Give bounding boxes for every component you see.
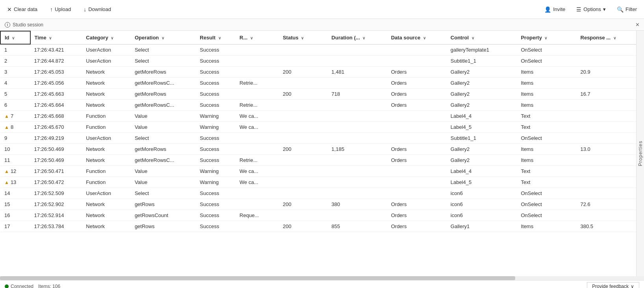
sort-icon-category: ∨	[111, 36, 113, 40]
duration-cell	[328, 133, 387, 144]
items-count: Items: 106	[38, 284, 60, 288]
datasource-cell: Orders	[387, 199, 447, 210]
table-row[interactable]: 917:26:49.219UserActionSelectSuccessSubt…	[0, 133, 636, 144]
col-header-datasource[interactable]: Data source ∨	[387, 31, 447, 44]
upload-button[interactable]: ↑ Upload	[48, 5, 73, 14]
col-header-time[interactable]: Time ∨	[30, 31, 82, 44]
col-header-response[interactable]: Response ... ∨	[577, 31, 636, 44]
duration-cell	[328, 155, 387, 166]
warning-icon: ▲	[4, 124, 9, 130]
col-header-operation[interactable]: Operation ∨	[131, 31, 196, 44]
download-button[interactable]: ↓ Download	[81, 5, 113, 14]
control-cell: Gallery2	[447, 144, 517, 155]
category-cell: UserAction	[82, 44, 131, 56]
time-cell: 17:26:52.509	[30, 188, 82, 199]
status-cell	[279, 155, 328, 166]
table-row[interactable]: 1617:26:52.914NetworkgetRowsCountSuccess…	[0, 210, 636, 221]
col-header-status[interactable]: Status ∨	[279, 31, 328, 44]
status-cell: 200	[279, 199, 328, 210]
time-cell: 17:26:49.219	[30, 133, 82, 144]
invite-button[interactable]: 👤 Invite	[542, 5, 568, 14]
control-cell: Gallery2	[447, 155, 517, 166]
table-row[interactable]: 217:26:44.872UserActionSelectSuccessSubt…	[0, 56, 636, 67]
operation-cell: getMoreRowsC...	[131, 78, 196, 89]
response-cell	[577, 44, 636, 56]
col-header-category[interactable]: Category ∨	[82, 31, 131, 44]
table-row[interactable]: ▲1317:26:50.472FunctionValueWarningWe ca…	[0, 177, 636, 188]
category-cell: UserAction	[82, 133, 131, 144]
response-cell	[577, 177, 636, 188]
time-cell: 17:26:45.670	[30, 122, 82, 133]
category-cell: Network	[82, 89, 131, 100]
duration-cell: 855	[328, 221, 387, 232]
r-cell	[236, 44, 279, 56]
table-row[interactable]: 1417:26:52.509UserActionSelectSuccessico…	[0, 188, 636, 199]
result-cell: Warning	[196, 122, 236, 133]
response-cell: 16.7	[577, 89, 636, 100]
table-row[interactable]: 317:26:45.053NetworkgetMoreRowsSuccess20…	[0, 67, 636, 78]
result-cell: Warning	[196, 166, 236, 177]
toolbar: ✕ Clear data ↑ Upload ↓ Download 👤 Invit…	[0, 0, 644, 19]
col-header-control[interactable]: Control ∨	[447, 31, 517, 44]
col-header-duration[interactable]: Duration (... ∨	[328, 31, 387, 44]
close-button[interactable]: ×	[636, 22, 639, 28]
person-icon: 👤	[544, 6, 551, 13]
connected-status: Connected	[5, 284, 33, 288]
operation-cell: Select	[131, 56, 196, 67]
table-row[interactable]: 1717:26:53.784NetworkgetRowsSuccess20085…	[0, 221, 636, 232]
col-header-property[interactable]: Property ∨	[517, 31, 576, 44]
duration-cell	[328, 210, 387, 221]
control-cell: icon6	[447, 199, 517, 210]
response-cell: 380.5	[577, 221, 636, 232]
category-cell: Network	[82, 199, 131, 210]
result-cell: Success	[196, 155, 236, 166]
table-row[interactable]: 1117:26:50.469NetworkgetMoreRowsC...Succ…	[0, 155, 636, 166]
r-cell	[236, 188, 279, 199]
category-cell: Function	[82, 166, 131, 177]
right-panel-label: Properties	[638, 141, 643, 166]
table-row[interactable]: 417:26:45.056NetworkgetMoreRowsC...Succe…	[0, 78, 636, 89]
col-header-id[interactable]: Id ∨	[0, 31, 30, 44]
table-container[interactable]: Id ∨ Time ∨ Category ∨ Operation ∨ Resul…	[0, 31, 636, 276]
status-cell	[279, 122, 328, 133]
id-cell: 2	[0, 56, 30, 67]
result-cell: Success	[196, 210, 236, 221]
options-button[interactable]: ☰ Options ▾	[574, 5, 608, 14]
clear-data-button[interactable]: ✕ Clear data	[5, 5, 40, 14]
control-cell: icon6	[447, 188, 517, 199]
table-row[interactable]: ▲817:26:45.670FunctionValueWarningWe ca.…	[0, 122, 636, 133]
category-cell: Function	[82, 122, 131, 133]
table-row[interactable]: ▲717:26:45.668FunctionValueWarningWe ca.…	[0, 111, 636, 122]
col-header-result[interactable]: Result ∨	[196, 31, 236, 44]
col-header-r[interactable]: R... ∨	[236, 31, 279, 44]
table-row[interactable]: 1517:26:52.902NetworkgetRowsSuccess20038…	[0, 199, 636, 210]
table-row[interactable]: ▲1217:26:50.471FunctionValueWarningWe ca…	[0, 166, 636, 177]
status-cell: 200	[279, 89, 328, 100]
right-panel[interactable]: Properties	[636, 31, 644, 276]
r-cell: Reque...	[236, 210, 279, 221]
filter-button[interactable]: 🔍 Filter	[614, 5, 639, 14]
time-cell: 17:26:52.914	[30, 210, 82, 221]
table-row[interactable]: 517:26:45.663NetworkgetMoreRowsSuccess20…	[0, 89, 636, 100]
connected-label: Connected	[11, 284, 33, 288]
operation-cell: getRows	[131, 199, 196, 210]
category-cell: UserAction	[82, 56, 131, 67]
table-row[interactable]: 117:26:43.421UserActionSelectSuccessgall…	[0, 44, 636, 56]
response-cell: 72.6	[577, 199, 636, 210]
operation-cell: getMoreRows	[131, 144, 196, 155]
id-cell: 5	[0, 89, 30, 100]
response-cell	[577, 111, 636, 122]
table-row[interactable]: 617:26:45.664NetworkgetMoreRowsC...Succe…	[0, 100, 636, 111]
provide-feedback-button[interactable]: Provide feedback ∨	[587, 282, 639, 288]
table-row[interactable]: 1017:26:50.469NetworkgetMoreRowsSuccess2…	[0, 144, 636, 155]
session-bar: i Studio session ×	[0, 19, 644, 31]
operation-cell: Select	[131, 188, 196, 199]
r-cell: We ca...	[236, 177, 279, 188]
upload-label: Upload	[55, 6, 71, 12]
time-cell: 17:26:45.668	[30, 111, 82, 122]
property-cell: Items	[517, 89, 576, 100]
horizontal-scrollbar[interactable]	[0, 276, 644, 280]
time-cell: 17:26:45.056	[30, 78, 82, 89]
result-cell: Warning	[196, 111, 236, 122]
result-cell: Success	[196, 188, 236, 199]
